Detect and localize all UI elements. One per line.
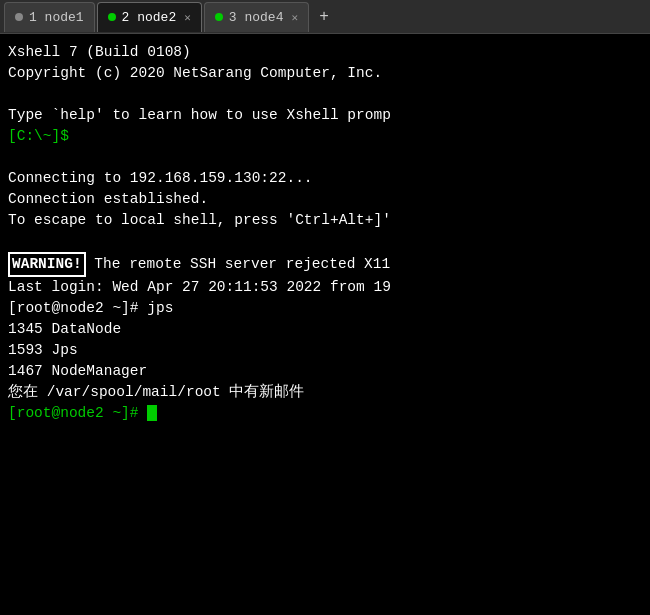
tab3-label: 3 node4 <box>229 10 284 25</box>
tab1-dot <box>15 13 23 21</box>
tab-node2[interactable]: 2 node2 ✕ <box>97 2 202 32</box>
tab-node4[interactable]: 3 node4 ✕ <box>204 2 309 32</box>
tab1-label: 1 node1 <box>29 10 84 25</box>
add-tab-icon: + <box>319 8 329 26</box>
tab3-close-icon[interactable]: ✕ <box>291 11 298 24</box>
add-tab-button[interactable]: + <box>311 4 337 30</box>
tab2-dot <box>108 13 116 21</box>
terminal-area[interactable]: Xshell 7 (Build 0108) Copyright (c) 2020… <box>0 34 650 615</box>
tab2-label: 2 node2 <box>122 10 177 25</box>
tab-node1[interactable]: 1 node1 <box>4 2 95 32</box>
tab2-close-icon[interactable]: ✕ <box>184 11 191 24</box>
tab3-dot <box>215 13 223 21</box>
tab-bar: 1 node1 2 node2 ✕ 3 node4 ✕ + <box>0 0 650 34</box>
